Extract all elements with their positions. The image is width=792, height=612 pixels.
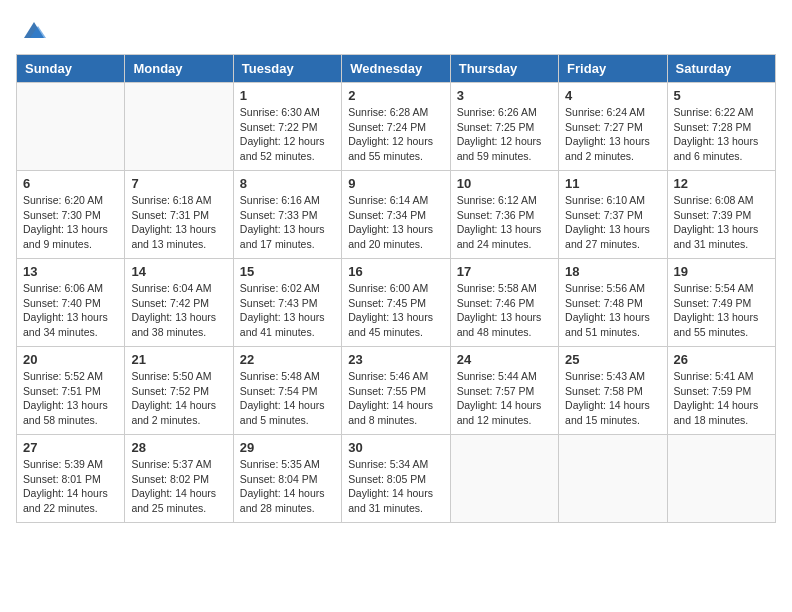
calendar-cell: 14Sunrise: 6:04 AM Sunset: 7:42 PM Dayli… <box>125 259 233 347</box>
calendar-header: SundayMondayTuesdayWednesdayThursdayFrid… <box>17 55 776 83</box>
day-number: 4 <box>565 88 660 103</box>
day-info: Sunrise: 5:41 AM Sunset: 7:59 PM Dayligh… <box>674 369 769 428</box>
day-number: 2 <box>348 88 443 103</box>
day-info: Sunrise: 6:02 AM Sunset: 7:43 PM Dayligh… <box>240 281 335 340</box>
day-number: 1 <box>240 88 335 103</box>
day-info: Sunrise: 5:34 AM Sunset: 8:05 PM Dayligh… <box>348 457 443 516</box>
calendar-cell: 3Sunrise: 6:26 AM Sunset: 7:25 PM Daylig… <box>450 83 558 171</box>
day-number: 27 <box>23 440 118 455</box>
day-info: Sunrise: 6:24 AM Sunset: 7:27 PM Dayligh… <box>565 105 660 164</box>
weekday-header: Friday <box>559 55 667 83</box>
calendar-cell: 8Sunrise: 6:16 AM Sunset: 7:33 PM Daylig… <box>233 171 341 259</box>
calendar-cell: 30Sunrise: 5:34 AM Sunset: 8:05 PM Dayli… <box>342 435 450 523</box>
calendar-body: 1Sunrise: 6:30 AM Sunset: 7:22 PM Daylig… <box>17 83 776 523</box>
day-number: 12 <box>674 176 769 191</box>
calendar-cell: 9Sunrise: 6:14 AM Sunset: 7:34 PM Daylig… <box>342 171 450 259</box>
day-info: Sunrise: 5:43 AM Sunset: 7:58 PM Dayligh… <box>565 369 660 428</box>
day-number: 11 <box>565 176 660 191</box>
calendar-cell: 24Sunrise: 5:44 AM Sunset: 7:57 PM Dayli… <box>450 347 558 435</box>
day-number: 30 <box>348 440 443 455</box>
day-info: Sunrise: 6:00 AM Sunset: 7:45 PM Dayligh… <box>348 281 443 340</box>
calendar-cell <box>559 435 667 523</box>
day-number: 28 <box>131 440 226 455</box>
day-number: 18 <box>565 264 660 279</box>
calendar-cell <box>125 83 233 171</box>
calendar-cell: 2Sunrise: 6:28 AM Sunset: 7:24 PM Daylig… <box>342 83 450 171</box>
day-info: Sunrise: 6:22 AM Sunset: 7:28 PM Dayligh… <box>674 105 769 164</box>
calendar-cell: 10Sunrise: 6:12 AM Sunset: 7:36 PM Dayli… <box>450 171 558 259</box>
day-info: Sunrise: 5:35 AM Sunset: 8:04 PM Dayligh… <box>240 457 335 516</box>
day-number: 21 <box>131 352 226 367</box>
day-number: 19 <box>674 264 769 279</box>
calendar-week-row: 1Sunrise: 6:30 AM Sunset: 7:22 PM Daylig… <box>17 83 776 171</box>
calendar-cell: 11Sunrise: 6:10 AM Sunset: 7:37 PM Dayli… <box>559 171 667 259</box>
calendar-week-row: 27Sunrise: 5:39 AM Sunset: 8:01 PM Dayli… <box>17 435 776 523</box>
day-info: Sunrise: 5:46 AM Sunset: 7:55 PM Dayligh… <box>348 369 443 428</box>
day-number: 8 <box>240 176 335 191</box>
day-info: Sunrise: 5:37 AM Sunset: 8:02 PM Dayligh… <box>131 457 226 516</box>
weekday-header: Monday <box>125 55 233 83</box>
calendar-cell: 28Sunrise: 5:37 AM Sunset: 8:02 PM Dayli… <box>125 435 233 523</box>
weekday-header: Wednesday <box>342 55 450 83</box>
day-info: Sunrise: 5:56 AM Sunset: 7:48 PM Dayligh… <box>565 281 660 340</box>
calendar-cell: 23Sunrise: 5:46 AM Sunset: 7:55 PM Dayli… <box>342 347 450 435</box>
day-number: 5 <box>674 88 769 103</box>
day-number: 17 <box>457 264 552 279</box>
calendar-cell: 15Sunrise: 6:02 AM Sunset: 7:43 PM Dayli… <box>233 259 341 347</box>
calendar-cell: 4Sunrise: 6:24 AM Sunset: 7:27 PM Daylig… <box>559 83 667 171</box>
calendar-cell: 13Sunrise: 6:06 AM Sunset: 7:40 PM Dayli… <box>17 259 125 347</box>
weekday-header: Tuesday <box>233 55 341 83</box>
day-info: Sunrise: 5:44 AM Sunset: 7:57 PM Dayligh… <box>457 369 552 428</box>
day-info: Sunrise: 6:08 AM Sunset: 7:39 PM Dayligh… <box>674 193 769 252</box>
day-info: Sunrise: 6:30 AM Sunset: 7:22 PM Dayligh… <box>240 105 335 164</box>
logo <box>16 16 48 44</box>
day-number: 9 <box>348 176 443 191</box>
day-number: 7 <box>131 176 226 191</box>
day-number: 20 <box>23 352 118 367</box>
calendar-cell: 6Sunrise: 6:20 AM Sunset: 7:30 PM Daylig… <box>17 171 125 259</box>
calendar-cell: 7Sunrise: 6:18 AM Sunset: 7:31 PM Daylig… <box>125 171 233 259</box>
weekday-header: Saturday <box>667 55 775 83</box>
day-number: 22 <box>240 352 335 367</box>
weekday-header: Sunday <box>17 55 125 83</box>
calendar-cell: 19Sunrise: 5:54 AM Sunset: 7:49 PM Dayli… <box>667 259 775 347</box>
calendar-cell: 18Sunrise: 5:56 AM Sunset: 7:48 PM Dayli… <box>559 259 667 347</box>
calendar-week-row: 13Sunrise: 6:06 AM Sunset: 7:40 PM Dayli… <box>17 259 776 347</box>
day-info: Sunrise: 5:58 AM Sunset: 7:46 PM Dayligh… <box>457 281 552 340</box>
calendar-cell: 29Sunrise: 5:35 AM Sunset: 8:04 PM Dayli… <box>233 435 341 523</box>
calendar-cell <box>667 435 775 523</box>
page-header <box>16 16 776 44</box>
day-info: Sunrise: 6:26 AM Sunset: 7:25 PM Dayligh… <box>457 105 552 164</box>
day-info: Sunrise: 6:28 AM Sunset: 7:24 PM Dayligh… <box>348 105 443 164</box>
day-info: Sunrise: 5:54 AM Sunset: 7:49 PM Dayligh… <box>674 281 769 340</box>
day-number: 10 <box>457 176 552 191</box>
calendar-cell <box>17 83 125 171</box>
day-info: Sunrise: 6:16 AM Sunset: 7:33 PM Dayligh… <box>240 193 335 252</box>
calendar-week-row: 20Sunrise: 5:52 AM Sunset: 7:51 PM Dayli… <box>17 347 776 435</box>
day-info: Sunrise: 5:39 AM Sunset: 8:01 PM Dayligh… <box>23 457 118 516</box>
day-number: 23 <box>348 352 443 367</box>
day-number: 16 <box>348 264 443 279</box>
calendar-cell: 26Sunrise: 5:41 AM Sunset: 7:59 PM Dayli… <box>667 347 775 435</box>
day-number: 15 <box>240 264 335 279</box>
calendar-cell <box>450 435 558 523</box>
day-info: Sunrise: 5:50 AM Sunset: 7:52 PM Dayligh… <box>131 369 226 428</box>
calendar-cell: 16Sunrise: 6:00 AM Sunset: 7:45 PM Dayli… <box>342 259 450 347</box>
day-info: Sunrise: 6:14 AM Sunset: 7:34 PM Dayligh… <box>348 193 443 252</box>
day-number: 25 <box>565 352 660 367</box>
calendar-cell: 25Sunrise: 5:43 AM Sunset: 7:58 PM Dayli… <box>559 347 667 435</box>
calendar-cell: 12Sunrise: 6:08 AM Sunset: 7:39 PM Dayli… <box>667 171 775 259</box>
day-info: Sunrise: 6:04 AM Sunset: 7:42 PM Dayligh… <box>131 281 226 340</box>
weekday-header-row: SundayMondayTuesdayWednesdayThursdayFrid… <box>17 55 776 83</box>
day-number: 29 <box>240 440 335 455</box>
day-info: Sunrise: 5:48 AM Sunset: 7:54 PM Dayligh… <box>240 369 335 428</box>
calendar-cell: 5Sunrise: 6:22 AM Sunset: 7:28 PM Daylig… <box>667 83 775 171</box>
day-info: Sunrise: 6:20 AM Sunset: 7:30 PM Dayligh… <box>23 193 118 252</box>
day-number: 14 <box>131 264 226 279</box>
day-number: 13 <box>23 264 118 279</box>
calendar-cell: 20Sunrise: 5:52 AM Sunset: 7:51 PM Dayli… <box>17 347 125 435</box>
day-info: Sunrise: 5:52 AM Sunset: 7:51 PM Dayligh… <box>23 369 118 428</box>
weekday-header: Thursday <box>450 55 558 83</box>
day-info: Sunrise: 6:18 AM Sunset: 7:31 PM Dayligh… <box>131 193 226 252</box>
calendar-cell: 1Sunrise: 6:30 AM Sunset: 7:22 PM Daylig… <box>233 83 341 171</box>
